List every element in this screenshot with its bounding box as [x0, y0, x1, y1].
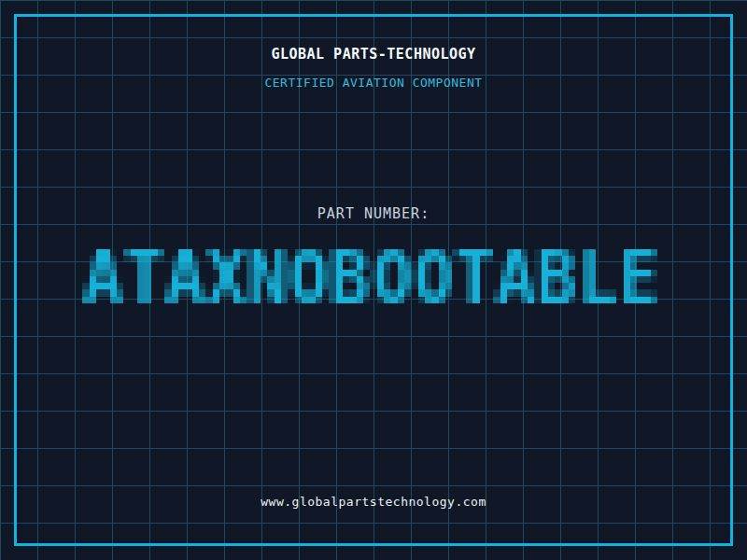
website-url: www.globalpartstechnology.com: [0, 495, 747, 509]
certification-label: CERTIFIED AVIATION COMPONENT: [0, 76, 747, 90]
part-number-label: PART NUMBER:: [0, 205, 747, 222]
part-number-display: ATAXNOBOOTABLE: [0, 235, 747, 324]
part-number-value: [76, 235, 671, 324]
company-name: GLOBAL PARTS-TECHNOLOGY: [0, 46, 747, 63]
blueprint-page: GLOBAL PARTS-TECHNOLOGY CERTIFIED AVIATI…: [0, 0, 747, 560]
